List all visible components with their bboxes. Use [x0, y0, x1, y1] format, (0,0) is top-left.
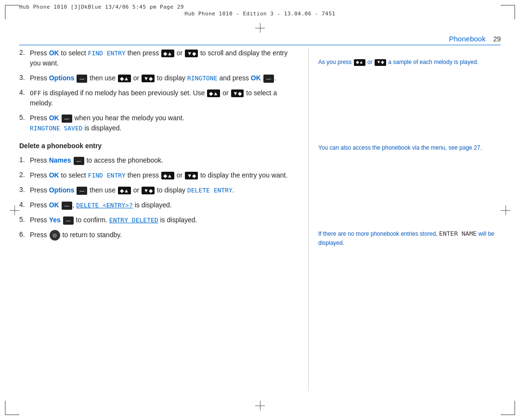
phone-btn-icon: ⊙: [50, 230, 60, 241]
names-label: Names: [49, 156, 71, 164]
dn-btn-icon5: ▼◆: [142, 187, 155, 194]
step-num: 5.: [19, 113, 30, 133]
options-btn-icon2: —: [77, 187, 87, 195]
header-bottom-line: Hub Phone 1010 - Edition 3 - 13.04.06 - …: [19, 11, 501, 17]
dn-btn-icon3: ▼◆: [231, 89, 244, 97]
step-content: Press OK — when you hear the melody you …: [30, 113, 294, 133]
step-content: OFF is displayed if no melody has been p…: [30, 88, 294, 108]
step-num: 1.: [19, 155, 30, 165]
step-content: Press Options — then use ◆▲ or ▼◆ to dis…: [30, 185, 294, 195]
side-note-1: As you press ◆▲ or ▼◆ a sample of each m…: [318, 58, 501, 66]
page-number: 29: [493, 35, 501, 43]
step-s1-5: 5. Press OK — when you hear the melody y…: [19, 113, 294, 133]
header: Hub Phone 1010 [3]DkBlue 13/4/06 5:45 pm…: [19, 4, 501, 28]
options-btn-icon: —: [77, 75, 87, 83]
up-btn-icon4: ◆▲: [161, 172, 174, 179]
side-note-2: You can also access the phonebook via th…: [318, 143, 501, 152]
up-btn-icon5: ◆▲: [118, 187, 131, 194]
names-btn-icon: —: [74, 157, 84, 165]
step-s2-1: 1. Press Names — to access the phonebook…: [19, 155, 294, 165]
ok-btn-icon2: —: [62, 115, 72, 123]
off-label: OFF: [30, 89, 41, 97]
column-divider: [308, 48, 309, 391]
main-column: 2. Press OK to select FIND ENTRY then pr…: [19, 48, 303, 391]
crosshair-right: [501, 205, 510, 215]
step-num: 2.: [19, 48, 30, 68]
delete-entry-label: DELETE ENTRY: [187, 187, 233, 194]
ok-label4: OK: [49, 171, 59, 179]
step-s1-3: 3. Press Options — then use ◆▲ or ▼◆ to …: [19, 73, 294, 83]
step-content: Press OK —, DELETE <ENTRY>? is displayed…: [30, 200, 294, 210]
find-entry-label2: FIND ENTRY: [88, 172, 126, 179]
step-num: 3.: [19, 185, 30, 195]
up-btn-icon2: ◆▲: [118, 75, 131, 82]
dn-btn-icon4: ▼◆: [185, 172, 198, 179]
ok-label: OK: [49, 49, 59, 57]
step-s2-3: 3. Press Options — then use ◆▲ or ▼◆ to …: [19, 185, 294, 195]
enter-name-label: ENTER NAME: [439, 230, 477, 237]
section1-steps: 2. Press OK to select FIND ENTRY then pr…: [19, 48, 294, 133]
page-title: Phonebook: [449, 35, 486, 43]
side-note-3: If there are no more phonebook entries s…: [318, 229, 501, 247]
step-s2-2: 2. Press OK to select FIND ENTRY then pr…: [19, 170, 294, 180]
corner-mark-tl: [5, 5, 19, 19]
ok-label3: OK: [49, 114, 59, 122]
step-num: 2.: [19, 170, 30, 180]
yes-label: Yes: [49, 216, 61, 224]
page-title-bar: Phonebook 29: [19, 35, 501, 45]
step-s2-4: 4. Press OK —, DELETE <ENTRY>? is displa…: [19, 200, 294, 210]
section2-heading: Delete a phonebook entry: [19, 142, 294, 150]
step-s1-4: 4. OFF is displayed if no melody has bee…: [19, 88, 294, 108]
corner-mark-tr: [501, 5, 515, 19]
section2-steps: 1. Press Names — to access the phonebook…: [19, 155, 294, 241]
up-btn-icon3: ◆▲: [207, 89, 220, 97]
step-num: 4.: [19, 200, 30, 210]
side-up-icon: ◆▲: [354, 59, 365, 66]
corner-mark-br: [501, 401, 515, 415]
ok-label5: OK: [49, 201, 59, 209]
step-num: 4.: [19, 88, 30, 108]
content-area: 2. Press OK to select FIND ENTRY then pr…: [19, 48, 501, 391]
step-num: 6.: [19, 230, 30, 241]
find-entry-label: FIND ENTRY: [88, 50, 126, 57]
dn-btn-icon: ▼◆: [185, 50, 198, 57]
ok-btn-icon: —: [263, 75, 274, 83]
delete-entry-q-label: DELETE <ENTRY>?: [76, 202, 132, 209]
dn-btn-icon2: ▼◆: [142, 75, 155, 82]
options-label: Options: [49, 74, 75, 82]
step-num: 5.: [19, 215, 30, 225]
entry-deleted-label: ENTRY DELETED: [109, 216, 158, 224]
header-top-line: Hub Phone 1010 [3]DkBlue 13/4/06 5:45 pm…: [19, 4, 501, 10]
side-column: As you press ◆▲ or ▼◆ a sample of each m…: [313, 48, 501, 391]
ok-label2: OK: [251, 74, 261, 82]
step-content: Press Options — then use ◆▲ or ▼◆ to dis…: [30, 73, 294, 83]
crosshair-left: [10, 205, 19, 215]
step-s2-6: 6. Press ⊙ to return to standby.: [19, 230, 294, 241]
options-label2: Options: [49, 186, 75, 194]
crosshair-bottom: [255, 401, 265, 410]
step-content: Press Yes — to confirm. ENTRY DELETED is…: [30, 215, 294, 225]
step-num: 3.: [19, 73, 30, 83]
step-content: Press Names — to access the phonebook.: [30, 155, 294, 165]
step-content: Press OK to select FIND ENTRY then press…: [30, 170, 294, 180]
side-dn-icon: ▼◆: [375, 59, 386, 66]
corner-mark-bl: [5, 401, 19, 415]
step-s1-2: 2. Press OK to select FIND ENTRY then pr…: [19, 48, 294, 68]
ringtone-label: RINGTONE: [187, 75, 218, 82]
ringtone-saved-label: RINGTONE SAVED: [30, 125, 83, 132]
ok-btn-icon3: —: [62, 202, 72, 210]
yes-btn-icon: —: [63, 216, 74, 225]
step-content: Press ⊙ to return to standby.: [30, 230, 294, 241]
up-btn-icon: ◆▲: [161, 50, 174, 57]
step-content: Press OK to select FIND ENTRY then press…: [30, 48, 294, 68]
step-s2-5: 5. Press Yes — to confirm. ENTRY DELETED…: [19, 215, 294, 225]
